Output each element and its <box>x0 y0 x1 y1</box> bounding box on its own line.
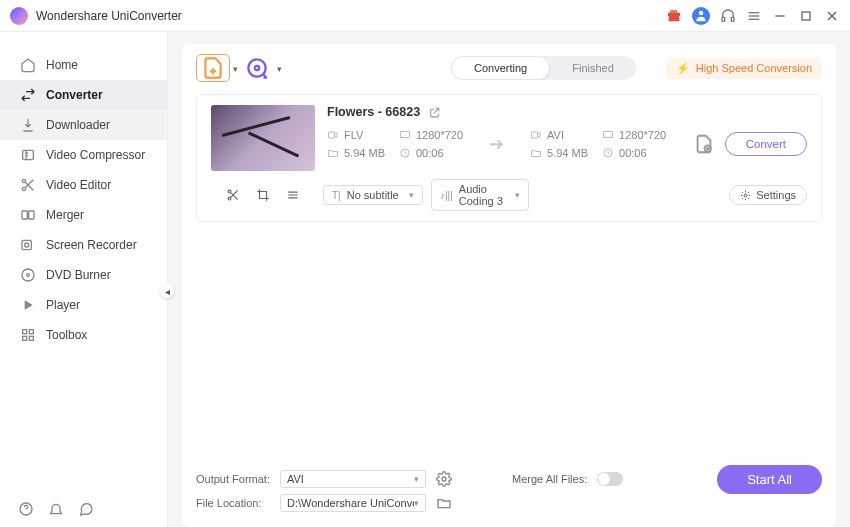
audio-dropdown[interactable]: ♪|||Audio Coding 3▾ <box>431 179 529 211</box>
sidebar-label: Toolbox <box>46 328 87 342</box>
svg-rect-21 <box>23 336 27 340</box>
svg-rect-15 <box>22 240 31 249</box>
collapse-sidebar-button[interactable]: ◂ <box>160 284 174 298</box>
clock-icon <box>602 147 614 159</box>
merger-icon <box>20 207 36 223</box>
main-area: ▾ ▾ Converting Finished ⚡High Speed Conv… <box>168 32 850 527</box>
sidebar: Home Converter Downloader Video Compress… <box>0 32 168 527</box>
output-settings-icon[interactable] <box>693 133 715 155</box>
file-location-label: File Location: <box>196 497 270 509</box>
svg-point-0 <box>699 10 704 15</box>
sidebar-label: Home <box>46 58 78 72</box>
sidebar-item-compressor[interactable]: Video Compressor <box>0 140 167 170</box>
clock-icon <box>399 147 411 159</box>
sidebar-item-recorder[interactable]: Screen Recorder <box>0 230 167 260</box>
chevron-down-icon: ▾ <box>233 64 238 74</box>
tab-finished[interactable]: Finished <box>550 56 636 80</box>
chevron-down-icon: ▾ <box>277 64 282 74</box>
screen-icon <box>399 129 411 141</box>
output-format-select[interactable]: AVI▾ <box>280 470 426 488</box>
src-res: 1280*720 <box>399 129 463 141</box>
external-link-icon[interactable] <box>428 106 441 119</box>
svg-rect-30 <box>604 132 613 138</box>
audio-icon: ♪||| <box>440 190 453 201</box>
home-icon <box>20 57 36 73</box>
settings-button[interactable]: Settings <box>729 185 807 205</box>
sidebar-label: Downloader <box>46 118 110 132</box>
toolbox-icon <box>20 327 36 343</box>
tab-group: Converting Finished <box>451 56 636 80</box>
close-button[interactable] <box>824 8 840 24</box>
svg-point-25 <box>255 66 259 70</box>
format-settings-icon[interactable] <box>436 471 452 487</box>
src-size: 5.94 MB <box>327 147 385 159</box>
user-avatar[interactable] <box>692 7 710 25</box>
sidebar-item-toolbox[interactable]: Toolbox <box>0 320 167 350</box>
tab-converting[interactable]: Converting <box>451 56 550 80</box>
app-logo <box>10 7 28 25</box>
output-format-label: Output Format: <box>196 473 270 485</box>
add-file-button[interactable]: ▾ <box>196 54 230 82</box>
dst-dur: 00:06 <box>602 147 666 159</box>
sidebar-label: Player <box>46 298 80 312</box>
svg-point-17 <box>22 269 34 281</box>
convert-button[interactable]: Convert <box>725 132 807 156</box>
svg-rect-22 <box>29 336 33 340</box>
crop-icon[interactable] <box>256 188 270 202</box>
file-location-select[interactable]: D:\Wondershare UniConverter 1▾ <box>280 494 426 512</box>
sidebar-item-player[interactable]: Player <box>0 290 167 320</box>
sidebar-label: Converter <box>46 88 103 102</box>
sidebar-label: Video Compressor <box>46 148 145 162</box>
svg-point-18 <box>27 274 30 277</box>
sidebar-item-converter[interactable]: Converter <box>0 80 167 110</box>
app-title: Wondershare UniConverter <box>36 9 182 23</box>
svg-point-16 <box>25 243 29 247</box>
effects-icon[interactable] <box>286 188 300 202</box>
svg-point-12 <box>22 187 25 190</box>
sidebar-item-merger[interactable]: Merger <box>0 200 167 230</box>
high-speed-button[interactable]: ⚡High Speed Conversion <box>666 58 822 79</box>
src-format: FLV <box>327 129 385 141</box>
chevron-down-icon: ▾ <box>515 190 520 200</box>
svg-rect-14 <box>29 211 34 219</box>
svg-point-34 <box>228 197 231 200</box>
svg-point-11 <box>22 179 25 182</box>
open-folder-icon[interactable] <box>436 495 452 511</box>
add-dvd-button[interactable]: ▾ <box>240 54 274 82</box>
svg-rect-13 <box>22 211 27 219</box>
tab-label: Converting <box>474 62 527 74</box>
sidebar-item-downloader[interactable]: Downloader <box>0 110 167 140</box>
trim-icon[interactable] <box>226 188 240 202</box>
merge-label: Merge All Files: <box>512 473 587 485</box>
video-thumbnail[interactable] <box>211 105 315 171</box>
svg-rect-1 <box>722 17 725 21</box>
maximize-button[interactable] <box>798 8 814 24</box>
merge-toggle[interactable] <box>597 472 623 486</box>
svg-rect-20 <box>29 330 33 334</box>
play-icon <box>20 297 36 313</box>
menu-icon[interactable] <box>746 8 762 24</box>
sidebar-label: Merger <box>46 208 84 222</box>
file-title: Flowers - 66823 <box>327 105 420 119</box>
sidebar-label: Video Editor <box>46 178 111 192</box>
dst-format: AVI <box>530 129 588 141</box>
headset-icon[interactable] <box>720 8 736 24</box>
minimize-button[interactable] <box>772 8 788 24</box>
help-icon[interactable] <box>18 501 34 517</box>
sidebar-label: Screen Recorder <box>46 238 137 252</box>
subtitle-dropdown[interactable]: T|No subtitle▾ <box>323 185 423 205</box>
bell-icon[interactable] <box>48 501 64 517</box>
sidebar-item-home[interactable]: Home <box>0 50 167 80</box>
video-icon <box>327 129 339 141</box>
footer: Output Format: AVI▾ Merge All Files: Sta… <box>182 457 836 527</box>
sidebar-item-dvd[interactable]: DVD Burner <box>0 260 167 290</box>
start-all-button[interactable]: Start All <box>717 465 822 494</box>
dvd-icon <box>20 267 36 283</box>
gift-icon[interactable] <box>666 8 682 24</box>
converter-icon <box>20 87 36 103</box>
scissors-icon <box>20 177 36 193</box>
video-icon <box>530 129 542 141</box>
chat-icon[interactable] <box>78 501 94 517</box>
svg-rect-7 <box>802 12 810 20</box>
sidebar-item-editor[interactable]: Video Editor <box>0 170 167 200</box>
